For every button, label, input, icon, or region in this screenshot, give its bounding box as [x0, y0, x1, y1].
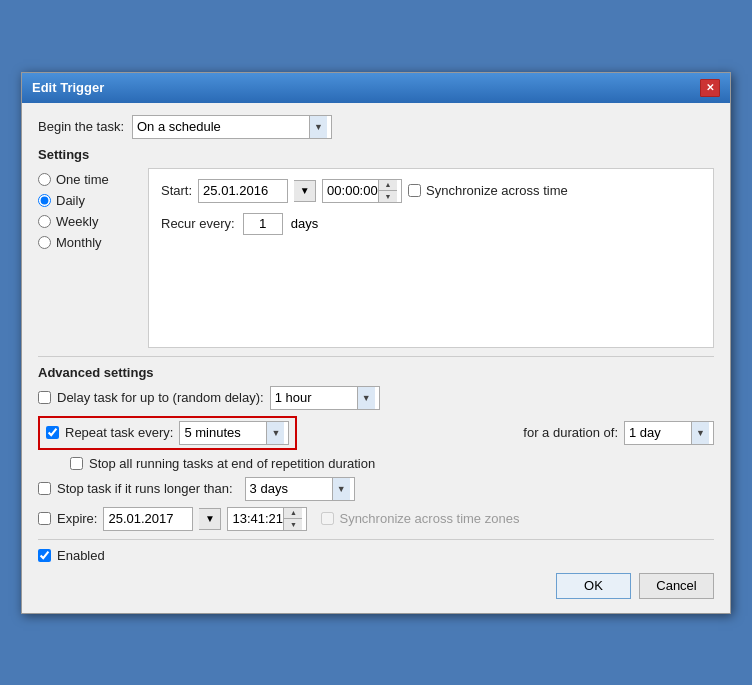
close-button[interactable]: ✕ — [700, 79, 720, 97]
dialog-body: Begin the task: On a schedule ▼ Settings… — [22, 103, 730, 613]
stop-longer-row: Stop task if it runs longer than: 3 days… — [38, 477, 714, 501]
time-spin-down[interactable]: ▼ — [379, 191, 397, 202]
delay-value: 1 hour — [275, 390, 357, 405]
repeat-dropdown[interactable]: 5 minutes ▼ — [179, 421, 289, 445]
title-bar: Edit Trigger ✕ — [22, 73, 730, 103]
stop-longer-dropdown[interactable]: 3 days ▼ — [245, 477, 355, 501]
expire-time-value: 13:41:21 — [232, 511, 283, 526]
for-duration-dropdown[interactable]: 1 day ▼ — [624, 421, 714, 445]
schedule-panel: Start: 25.01.2016 ▼ 00:00:00 ▲ ▼ — [148, 168, 714, 348]
start-label: Start: — [161, 183, 192, 198]
begin-task-dropdown-arrow[interactable]: ▼ — [309, 116, 327, 138]
expire-date-input[interactable]: 25.01.2017 — [103, 507, 193, 531]
button-row: OK Cancel — [38, 573, 714, 603]
sync-zones-label: Synchronize across time zones — [339, 511, 519, 526]
delay-row: Delay task for up to (random delay): 1 h… — [38, 386, 714, 410]
title-bar-buttons: ✕ — [700, 79, 720, 97]
for-duration-label: for a duration of: — [523, 425, 618, 440]
delay-checkbox[interactable] — [38, 391, 51, 404]
divider-1 — [38, 356, 714, 357]
for-duration-dropdown-arrow[interactable]: ▼ — [691, 422, 709, 444]
sync-time-checkbox[interactable] — [408, 184, 421, 197]
sync-checkbox-row: Synchronize across time — [408, 183, 568, 198]
begin-task-selected: On a schedule — [137, 119, 309, 134]
radio-weekly-label: Weekly — [56, 214, 98, 229]
start-row: Start: 25.01.2016 ▼ 00:00:00 ▲ ▼ — [161, 179, 701, 203]
settings-title: Settings — [38, 147, 714, 162]
radio-monthly-label: Monthly — [56, 235, 102, 250]
begin-task-label: Begin the task: — [38, 119, 124, 134]
time-value: 00:00:00 — [327, 183, 378, 198]
stop-longer-label: Stop task if it runs longer than: — [57, 481, 233, 496]
recur-input[interactable] — [243, 213, 283, 235]
repeat-value: 5 minutes — [184, 425, 266, 440]
ok-button[interactable]: OK — [556, 573, 631, 599]
time-spin-up[interactable]: ▲ — [379, 180, 397, 191]
repeat-row: Repeat task every: 5 minutes ▼ for a dur… — [38, 416, 714, 450]
recur-row: Recur every: days — [161, 213, 701, 235]
recur-unit: days — [291, 216, 318, 231]
enabled-row: Enabled — [38, 548, 714, 563]
for-duration-value: 1 day — [629, 425, 691, 440]
for-duration: for a duration of: 1 day ▼ — [523, 421, 714, 445]
divider-2 — [38, 539, 714, 540]
stop-all-checkbox[interactable] — [70, 457, 83, 470]
radio-daily-input[interactable] — [38, 194, 51, 207]
expire-checkbox[interactable] — [38, 512, 51, 525]
begin-task-dropdown[interactable]: On a schedule ▼ — [132, 115, 332, 139]
advanced-section: Advanced settings Delay task for up to (… — [38, 365, 714, 531]
cancel-button[interactable]: Cancel — [639, 573, 714, 599]
radio-group: One time Daily Weekly Monthly — [38, 168, 138, 348]
radio-weekly-input[interactable] — [38, 215, 51, 228]
edit-trigger-dialog: Edit Trigger ✕ Begin the task: On a sche… — [21, 72, 731, 614]
time-spinner[interactable]: ▲ ▼ — [378, 180, 397, 202]
expire-calendar-button[interactable]: ▼ — [199, 508, 221, 530]
settings-area: One time Daily Weekly Monthly — [38, 168, 714, 348]
stop-all-label: Stop all running tasks at end of repetit… — [89, 456, 375, 471]
repeat-highlight-box: Repeat task every: 5 minutes ▼ — [38, 416, 297, 450]
expire-time-input[interactable]: 13:41:21 ▲ ▼ — [227, 507, 307, 531]
sync-time-label: Synchronize across time — [426, 183, 568, 198]
expire-row: Expire: 25.01.2017 ▼ 13:41:21 ▲ ▼ Synchr… — [38, 507, 714, 531]
dialog-title: Edit Trigger — [32, 80, 104, 95]
radio-monthly-input[interactable] — [38, 236, 51, 249]
enabled-label: Enabled — [57, 548, 105, 563]
expire-date-value: 25.01.2017 — [108, 511, 188, 526]
radio-monthly[interactable]: Monthly — [38, 235, 138, 250]
radio-daily[interactable]: Daily — [38, 193, 138, 208]
calendar-button[interactable]: ▼ — [294, 180, 316, 202]
radio-weekly[interactable]: Weekly — [38, 214, 138, 229]
time-input[interactable]: 00:00:00 ▲ ▼ — [322, 179, 402, 203]
date-input[interactable]: 25.01.2016 — [198, 179, 288, 203]
radio-daily-label: Daily — [56, 193, 85, 208]
date-value: 25.01.2016 — [203, 183, 283, 198]
advanced-title: Advanced settings — [38, 365, 714, 380]
stop-longer-value: 3 days — [250, 481, 332, 496]
sync-zones-row: Synchronize across time zones — [321, 511, 519, 526]
repeat-label: Repeat task every: — [65, 425, 173, 440]
expire-time-spinner[interactable]: ▲ ▼ — [283, 508, 302, 530]
stop-all-row: Stop all running tasks at end of repetit… — [70, 456, 714, 471]
begin-task-row: Begin the task: On a schedule ▼ — [38, 115, 714, 139]
stop-longer-checkbox[interactable] — [38, 482, 51, 495]
expire-label: Expire: — [57, 511, 97, 526]
enabled-checkbox[interactable] — [38, 549, 51, 562]
expire-spin-down[interactable]: ▼ — [284, 519, 302, 530]
delay-label: Delay task for up to (random delay): — [57, 390, 264, 405]
recur-label: Recur every: — [161, 216, 235, 231]
repeat-dropdown-arrow[interactable]: ▼ — [266, 422, 284, 444]
delay-dropdown-arrow[interactable]: ▼ — [357, 387, 375, 409]
delay-dropdown[interactable]: 1 hour ▼ — [270, 386, 380, 410]
radio-one-time[interactable]: One time — [38, 172, 138, 187]
radio-one-time-input[interactable] — [38, 173, 51, 186]
repeat-checkbox[interactable] — [46, 426, 59, 439]
stop-longer-dropdown-arrow[interactable]: ▼ — [332, 478, 350, 500]
radio-one-time-label: One time — [56, 172, 109, 187]
expire-spin-up[interactable]: ▲ — [284, 508, 302, 519]
sync-zones-checkbox[interactable] — [321, 512, 334, 525]
